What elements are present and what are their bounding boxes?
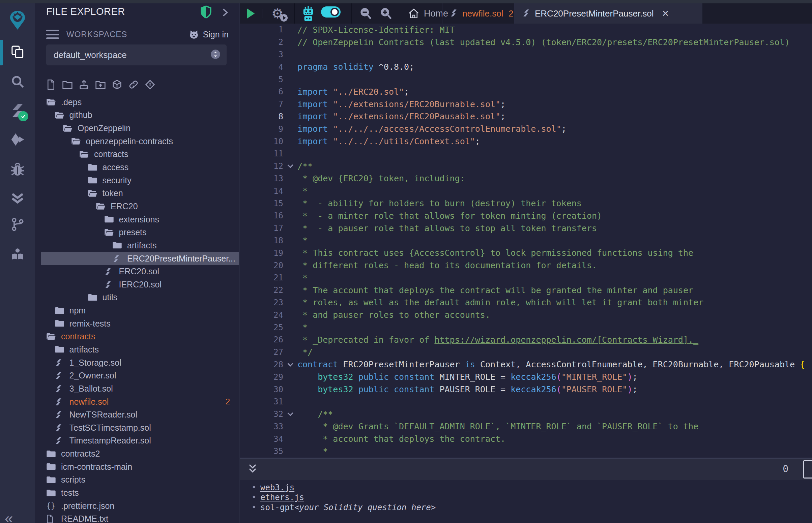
code-line-32[interactable]: 32 /**	[240, 408, 812, 420]
terminal-link[interactable]: web3.js	[260, 483, 294, 492]
github-sign-in[interactable]: Sign in	[188, 29, 229, 39]
fold-chevron-icon[interactable]	[283, 164, 297, 168]
search-icon[interactable]	[9, 73, 26, 90]
tree-item-erc20-sol[interactable]: ERC20.sol	[35, 265, 239, 278]
code-line-5[interactable]: 5	[240, 73, 812, 86]
terminal-expand-icon[interactable]	[248, 463, 258, 476]
tree-item-contracts2[interactable]: contracts2	[35, 447, 239, 460]
code-line-25[interactable]: 25 *	[240, 321, 812, 333]
unit-testing-icon[interactable]	[9, 190, 26, 206]
code-line-13[interactable]: 13 * @dev {ERC20} token, including:	[240, 173, 812, 185]
code-line-33[interactable]: 33 * @dev Grants `DEFAULT_ADMIN_ROLE`, `…	[240, 420, 812, 433]
fold-chevron-icon[interactable]	[283, 412, 297, 416]
tree-item-extensions[interactable]: extensions	[35, 213, 239, 226]
tree-item-github[interactable]: github	[35, 109, 239, 122]
code-line-15[interactable]: 15 * - ability for holders to burn (dest…	[240, 197, 812, 210]
code-line-6[interactable]: 6import "../ERC20.sol";	[240, 86, 812, 98]
tree-item-openzeppelin-contracts[interactable]: openzeppelin-contracts	[35, 135, 239, 148]
code-line-17[interactable]: 17 * - a pauser role that allows to stop…	[240, 222, 812, 235]
tree-item-timestampreader-sol[interactable]: TimestampReader.sol	[35, 434, 239, 448]
terminal-drag-bar[interactable]: 0	[240, 458, 812, 480]
tree-item-contracts[interactable]: contracts	[35, 330, 239, 343]
tab-newfile.sol[interactable]: newfile.sol2	[442, 3, 514, 23]
solidity-compiler-icon[interactable]	[9, 103, 26, 119]
tree-item-utils[interactable]: utils	[35, 291, 239, 304]
code-line-34[interactable]: 34 * account that deploys the contract.	[240, 433, 812, 445]
code-line-19[interactable]: 19 * This contract uses {AccessControl} …	[240, 247, 812, 259]
new-folder-icon[interactable]	[62, 79, 73, 91]
tree-item-erc20[interactable]: ERC20	[35, 200, 239, 213]
run-script-icon[interactable]	[243, 3, 259, 23]
tree-item-newfile-sol[interactable]: newfile.sol2	[35, 395, 239, 409]
chevron-right-icon[interactable]	[220, 7, 230, 18]
tree-item-erc20presetminterpauser-[interactable]: ERC20PresetMinterPauser...	[41, 252, 239, 265]
terminal-scrollbar[interactable]	[803, 460, 812, 479]
tree-item-icm-contracts-main[interactable]: icm-contracts-main	[35, 460, 239, 473]
workspace-select[interactable]: default_workspace	[46, 44, 227, 65]
code-line-11[interactable]: 11	[240, 148, 812, 160]
code-line-28[interactable]: 28contract ERC20PresetMinterPauser is Co…	[240, 359, 812, 371]
code-line-9[interactable]: 9import "../../../access/AccessControlEn…	[240, 123, 812, 135]
tree-item-ierc20-sol[interactable]: IERC20.sol	[35, 278, 239, 291]
upload-file-icon[interactable]	[78, 79, 89, 91]
collapse-sidebar-icon[interactable]: «	[5, 511, 13, 523]
learneth-icon[interactable]	[9, 245, 26, 262]
fold-chevron-icon[interactable]	[283, 363, 297, 367]
tree-item-remix-tests[interactable]: remix-tests	[35, 317, 239, 330]
tab-erc20presetminterpauser.sol[interactable]: ERC20PresetMinterPauser.sol✕	[514, 3, 702, 23]
tree-item-readme-txt[interactable]: README.txt	[35, 512, 239, 523]
tree-item-3-ballot-sol[interactable]: 3_Ballot.sol	[35, 382, 239, 395]
tree-item-artifacts[interactable]: artifacts	[35, 343, 239, 356]
code-line-2[interactable]: 2// OpenZeppelin Contracts (last updated…	[240, 36, 812, 49]
code-line-35[interactable]: 35 *	[240, 445, 812, 458]
close-icon[interactable]: ✕	[662, 8, 669, 19]
workspaces-menu-icon[interactable]	[46, 30, 59, 39]
code-line-29[interactable]: 29 bytes32 public constant MINTER_ROLE =…	[240, 371, 812, 383]
tree-item-openzeppelin[interactable]: OpenZeppelin	[35, 122, 239, 135]
compile-and-run-icon[interactable]: ⚙	[266, 3, 289, 23]
tree-item-testsctimestamp-sol[interactable]: TestSCTimestamp.sol	[35, 421, 239, 434]
code-line-14[interactable]: 14 *	[240, 185, 812, 197]
tree-item-newtsreader-sol[interactable]: NewTSReader.sol	[35, 408, 239, 421]
tree-item-access[interactable]: access	[35, 161, 239, 174]
code-line-7[interactable]: 7import "../extensions/ERC20Burnable.sol…	[240, 98, 812, 110]
code-line-10[interactable]: 10import "../../../utils/Context.sol";	[240, 135, 812, 148]
code-line-1[interactable]: 1// SPDX-License-Identifier: MIT	[240, 23, 812, 36]
tree-item-2-owner-sol[interactable]: 2_Owner.sol	[35, 369, 239, 382]
deploy-and-run-icon[interactable]	[9, 131, 26, 148]
link-icon[interactable]	[128, 79, 139, 91]
cube-icon[interactable]	[112, 79, 122, 91]
git-icon[interactable]	[9, 216, 26, 233]
debugger-icon[interactable]	[9, 161, 26, 177]
tree-item-scripts[interactable]: scripts	[35, 473, 239, 487]
code-line-18[interactable]: 18 *	[240, 235, 812, 247]
code-line-22[interactable]: 22 * The account that deploys the contra…	[240, 284, 812, 296]
gem-tag-icon[interactable]	[145, 79, 156, 91]
zoom-out-icon[interactable]	[356, 3, 375, 23]
shield-icon[interactable]	[200, 5, 212, 19]
tree-item-contracts[interactable]: contracts	[35, 148, 239, 161]
code-line-4[interactable]: 4pragma solidity ^0.8.0;	[240, 61, 812, 73]
tree-item-token[interactable]: token	[35, 187, 239, 200]
code-line-20[interactable]: 20 * different roles - head to its docum…	[240, 259, 812, 272]
tree-item-1-storage-sol[interactable]: 1_Storage.sol	[35, 356, 239, 369]
zoom-in-icon[interactable]	[376, 3, 395, 23]
code-line-24[interactable]: 24 * and pauser roles to other accounts.	[240, 309, 812, 321]
terminal-link[interactable]: ethers.js	[260, 493, 304, 502]
code-line-12[interactable]: 12/**	[240, 160, 812, 173]
remix-logo-icon[interactable]	[8, 10, 27, 31]
code-line-30[interactable]: 30 bytes32 public constant PAUSER_ROLE =…	[240, 383, 812, 396]
tree-item-npm[interactable]: npm	[35, 304, 239, 317]
tree-item--prettierrc-json[interactable]: {}.prettierrc.json	[35, 500, 239, 512]
file-explorer-icon[interactable]	[9, 44, 26, 60]
code-line-26[interactable]: 26 * _Deprecated in favor of https://wiz…	[240, 333, 812, 346]
code-line-16[interactable]: 16 * - a minter role that allows for tok…	[240, 210, 812, 222]
tree-item-artifacts[interactable]: artifacts	[35, 239, 239, 252]
terminal-output[interactable]: •web3.js•ethers.js•sol-gpt <your Solidit…	[240, 480, 812, 523]
tree-item-security[interactable]: security	[35, 174, 239, 187]
code-line-21[interactable]: 21 *	[240, 272, 812, 284]
ai-copilot-toggle[interactable]	[321, 6, 340, 18]
new-file-icon[interactable]	[46, 79, 56, 91]
tree-item-presets[interactable]: presets	[35, 226, 239, 239]
remix-ai-robot-icon[interactable]	[298, 3, 318, 23]
